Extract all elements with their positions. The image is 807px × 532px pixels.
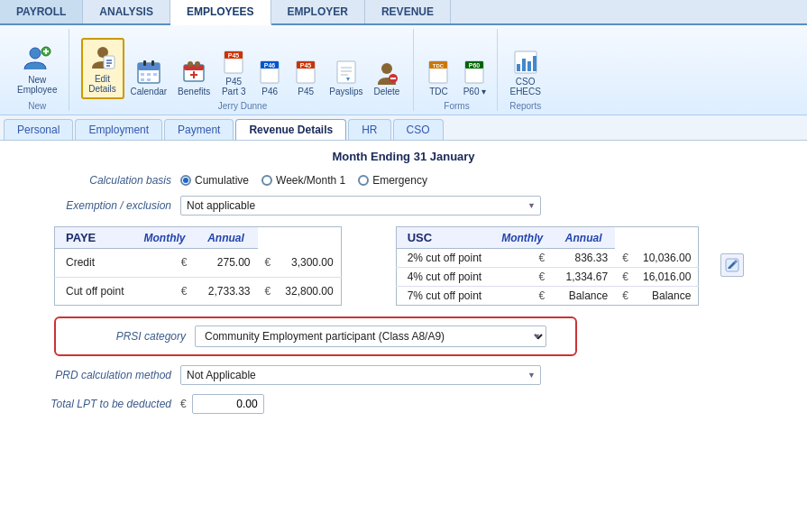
svg-rect-48 [517,64,520,71]
content-area: Month Ending 31 January Calculation basi… [0,141,807,532]
radio-cumulative[interactable]: Cumulative [180,174,249,187]
p60-button[interactable]: P60 P60 ▾ [457,57,491,99]
svg-text:P46: P46 [264,62,276,69]
radio-week-month1[interactable]: Week/Month 1 [261,174,345,187]
usc-4pct-euro1: € [492,268,552,287]
tab-cso[interactable]: CSO [393,119,444,140]
usc-4pct-label: 4% cut off point [396,268,492,287]
prd-row: PRD calculation method Not Applicable [18,365,789,385]
delete-button[interactable]: Delete [370,57,405,99]
usc-4pct-annual: 16,016.00 [636,268,699,287]
usc-4pct-row: 4% cut off point € 1,334.67 € 16,016.00 [396,268,699,287]
edit-details-icon [88,43,117,72]
p45-part3-button[interactable]: P45 P45Part 3 [216,47,251,99]
svg-point-21 [195,61,200,67]
paye-credit-euro2: € [258,249,279,278]
benefits-button[interactable]: Benefits [173,57,215,99]
usc-table: USC Monthly Annual 2% cut off point € 83… [396,226,700,306]
paye-credit-label: Credit [55,249,135,278]
nav-tab-analysis[interactable]: ANALYSIS [83,0,170,23]
usc-7pct-label: 7% cut off point [396,287,492,306]
radio-cumulative-label: Cumulative [195,174,249,187]
prd-select[interactable]: Not Applicable [180,365,541,385]
usc-7pct-row: 7% cut off point € Balance € Balance [396,287,699,306]
p46-label: P46 [261,87,278,96]
p46-button[interactable]: P46 P46 [252,57,287,99]
payslips-icon [334,60,359,85]
calendar-icon [136,60,161,85]
p46-icon: P46 [257,60,282,85]
exemption-value: Not applicable [180,196,789,216]
paye-title: PAYE [55,227,135,249]
delete-label: Delete [374,87,400,96]
paye-cutoff-label: Cut off point [55,277,135,306]
svg-rect-16 [141,78,144,81]
usc-4pct-monthly: 1,334.67 [552,268,615,287]
paye-cutoff-monthly: 2,733.33 [195,277,258,306]
edit-pencil-icon [725,258,739,272]
prd-select-wrapper: Not Applicable [180,365,541,385]
p45-button[interactable]: P45 P45 [289,57,323,99]
calc-basis-options: Cumulative Week/Month 1 Emergency [180,174,789,187]
radio-emergency-circle [358,175,369,186]
main-content: Month Ending 31 January Calculation basi… [0,141,807,432]
nav-tab-payroll[interactable]: PAYROLL [0,0,83,23]
exemption-select[interactable]: Not applicable [180,196,541,216]
svg-rect-49 [522,59,526,71]
svg-rect-15 [153,73,157,76]
cso-ehecs-button[interactable]: CSOEHECS [505,47,545,99]
svg-rect-5 [104,56,115,69]
svg-rect-13 [141,73,144,76]
paye-credit-row: Credit € 275.00 € 3,300.00 [55,249,342,278]
radio-week-month1-label: Week/Month 1 [276,174,345,187]
svg-rect-19 [184,65,204,70]
paye-cutoff-euro2: € [258,277,279,306]
ribbon-group-new: NewEmployee New [5,29,69,111]
edit-details-button[interactable]: EditDetails [81,38,124,99]
exemption-row: Exemption / exclusion Not applicable [18,196,789,216]
tax-tables-row: PAYE Monthly Annual Credit € 275.00 € 3,… [18,226,789,306]
new-group-label: New [28,99,46,111]
usc-title: USC [396,227,492,249]
lpt-euro: € [180,398,187,410]
paye-cutoff-annual: 32,800.00 [278,277,341,306]
payslips-button[interactable]: Payslips [325,57,367,99]
usc-2pct-label: 2% cut off point [396,249,492,268]
svg-text:P60: P60 [469,62,481,69]
paye-credit-monthly: 275.00 [195,249,258,278]
prd-label: PRD calculation method [18,369,180,381]
paye-credit-annual: 3,300.00 [278,249,341,278]
new-employee-button[interactable]: NewEmployee [11,40,63,99]
lpt-input[interactable] [192,394,264,414]
svg-rect-10 [138,63,160,70]
ribbon-group-reports: CSOEHECS Reports [500,29,550,111]
table-spacer [360,226,378,306]
paye-cutoff-row: Cut off point € 2,733.33 € 32,800.00 [55,277,342,306]
p45-part3-icon: P45 [221,50,246,75]
radio-emergency-label: Emergency [372,174,427,187]
tab-employment[interactable]: Employment [75,119,162,140]
prsi-select[interactable]: Community Employment participant (Class … [195,326,546,347]
nav-tab-employees[interactable]: EMPLOYEES [170,0,271,25]
usc-2pct-monthly: 836.33 [552,249,615,268]
svg-rect-50 [527,61,531,71]
tdc-button[interactable]: TDC TDC [421,57,455,99]
nav-tab-revenue[interactable]: REVENUE [365,0,451,23]
tab-hr[interactable]: HR [348,119,390,140]
tab-revenue-details[interactable]: Revenue Details [235,119,346,140]
calendar-button[interactable]: Calendar [126,57,172,99]
usc-7pct-monthly: Balance [552,287,615,306]
tdc-label: TDC [429,87,448,96]
svg-rect-11 [143,60,146,66]
radio-emergency[interactable]: Emergency [358,174,427,187]
p45-part3-label: P45Part 3 [222,77,246,96]
paye-cutoff-euro1: € [135,277,195,306]
svg-point-38 [381,63,392,74]
usc-edit-button[interactable] [720,253,744,277]
nav-tab-employer[interactable]: EMPLOYER [271,0,365,23]
tab-personal[interactable]: Personal [4,119,73,140]
svg-rect-51 [533,56,536,71]
cso-ehecs-icon [513,50,538,75]
tab-payment[interactable]: Payment [164,119,234,140]
ribbon-group-forms: TDC TDC P60 P60 ▾ Forms [416,29,498,111]
